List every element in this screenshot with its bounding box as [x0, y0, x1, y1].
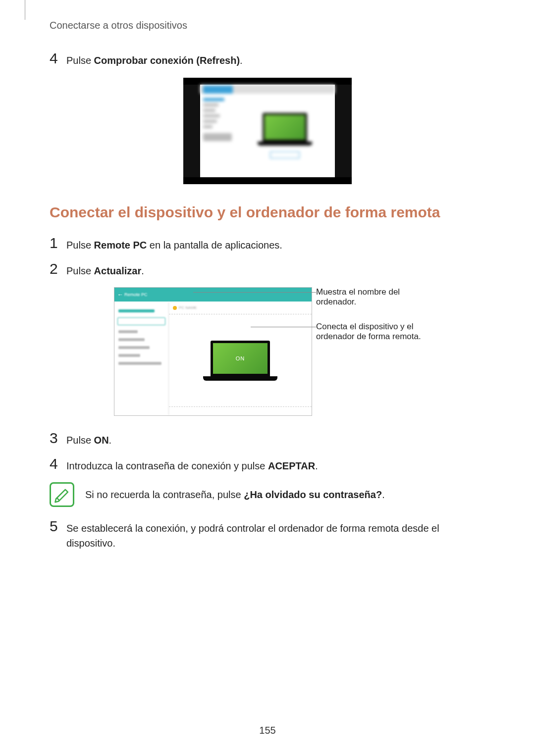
callouts: Muestra el nombre del ordenador. Conecta… — [312, 287, 421, 355]
text-prefix: Pulse — [66, 265, 94, 276]
step-2-actualizar: 2 Pulse Actualizar. — [50, 261, 485, 278]
step-text: Pulse ON. — [66, 431, 111, 448]
text-suffix: . — [240, 55, 243, 66]
page-number: 155 — [259, 725, 275, 736]
step-4-refresh: 4 Pulse Comprobar conexión (Refresh). — [50, 51, 485, 68]
section-heading: Conectar el dispositivo y el ordenador d… — [50, 204, 485, 221]
back-icon: ← — [117, 291, 123, 298]
figure-1-wrap — [50, 78, 485, 184]
status-dot-icon — [173, 306, 177, 310]
step-number: 3 — [50, 431, 66, 446]
leader-line — [251, 327, 316, 327]
step-text: Pulse Remote PC en la pantalla de aplica… — [66, 236, 282, 252]
text-prefix: Pulse — [66, 55, 94, 66]
page-content: Conectarse a otros dispositivos 4 Pulse … — [0, 0, 535, 579]
text-suffix: en la pantalla de aplicaciones. — [147, 240, 282, 251]
text-suffix: . — [109, 435, 112, 446]
step-text: Pulse Actualizar. — [66, 261, 144, 278]
step-4-password: 4 Introduzca la contraseña de conexión y… — [50, 456, 485, 473]
text-bold: ON — [94, 435, 109, 446]
text-bold: ¿Ha olvidado su contraseña? — [244, 489, 382, 500]
text-bold: ACEPTAR — [268, 460, 315, 471]
page-edge-rule — [25, 0, 25, 20]
on-label: ON — [236, 355, 245, 361]
leader-line — [193, 292, 316, 293]
text-bold: Comprobar conexión (Refresh) — [94, 55, 240, 66]
figure-2-screenshot: ← Remote PC — [114, 287, 312, 416]
callout-connect: Conecta el dispositivo y el ordenador de… — [316, 322, 421, 342]
note-row: Si no recuerda la contraseña, pulse ¿Ha … — [50, 482, 485, 507]
note-text: Si no recuerda la contraseña, pulse ¿Ha … — [85, 487, 385, 502]
step-3-on: 3 Pulse ON. — [50, 431, 485, 448]
note-icon — [50, 482, 74, 507]
step-number: 2 — [50, 261, 66, 276]
text-prefix: Introduzca la contraseña de conexión y p… — [66, 460, 268, 471]
step-text: Pulse Comprobar conexión (Refresh). — [66, 51, 243, 68]
step-number: 4 — [50, 51, 66, 66]
figure-1-screenshot — [183, 78, 352, 184]
step-text: Introduzca la contraseña de conexión y p… — [66, 456, 318, 473]
figure-2-wrap: ← Remote PC — [50, 287, 485, 416]
text-prefix: Pulse — [66, 240, 94, 251]
step-text: Se establecerá la conexión, y podrá cont… — [66, 519, 485, 551]
step-number: 5 — [50, 519, 66, 534]
step-number: 4 — [50, 456, 66, 471]
text-suffix: . — [141, 265, 144, 276]
step-5-connection: 5 Se establecerá la conexión, y podrá co… — [50, 519, 485, 551]
step-1-remote-pc: 1 Pulse Remote PC en la pantalla de apli… — [50, 236, 485, 252]
text-suffix: . — [315, 460, 318, 471]
text-prefix: Pulse — [66, 435, 94, 446]
breadcrumb: Conectarse a otros dispositivos — [50, 20, 485, 31]
callout-pc-name: Muestra el nombre del ordenador. — [316, 287, 421, 307]
text-prefix: Si no recuerda la contraseña, pulse — [85, 489, 244, 500]
text-bold: Actualizar — [94, 265, 142, 276]
text-bold: Remote PC — [94, 240, 147, 251]
step-number: 1 — [50, 236, 66, 251]
text-suffix: . — [382, 489, 385, 500]
